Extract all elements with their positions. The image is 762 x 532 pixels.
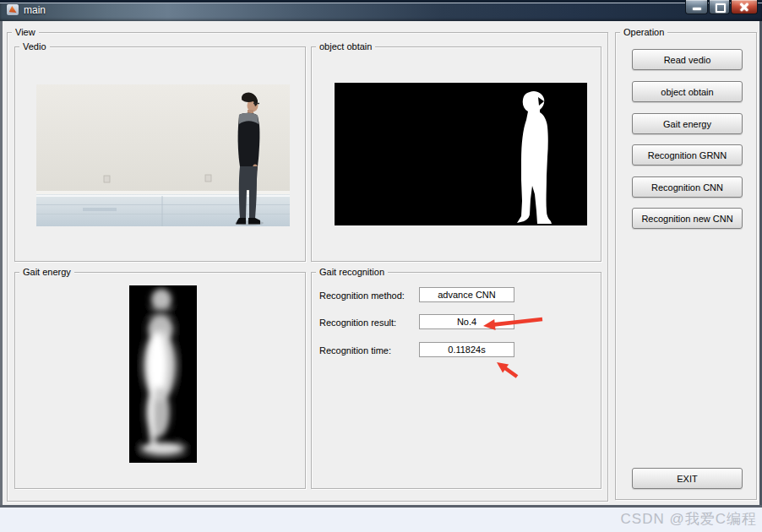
panel-object-obtain-label: object obtain — [316, 41, 375, 53]
gait-energy-drawing — [129, 285, 197, 463]
panel-operation-label: Operation — [620, 26, 667, 39]
video-frame-image — [36, 84, 290, 226]
csdn-watermark: CSDN @我爱C编程 — [621, 509, 757, 529]
silhouette-drawing — [335, 83, 587, 225]
panel-gait-energy-label: Gait energy — [19, 266, 74, 279]
page: { "window": { "title": "main" }, "icons"… — [0, 0, 762, 532]
video-frame-drawing — [36, 84, 290, 226]
red-arrow-icon — [456, 304, 600, 388]
window-border-bottom — [0, 505, 762, 508]
exit-button[interactable]: EXIT — [632, 468, 743, 489]
window-border-left — [0, 21, 3, 508]
recognition-method-field[interactable]: advance CNN — [419, 287, 514, 302]
recognition-time-label: Recognition time: — [319, 345, 391, 356]
read-vedio-button[interactable]: Read vedio — [632, 49, 743, 70]
gait-energy-image — [129, 285, 197, 463]
panel-gait-recognition-label: Gait recognition — [316, 266, 388, 279]
matlab-logo-icon — [7, 4, 19, 15]
panel-view-label: View — [12, 26, 39, 39]
silhouette-image — [335, 83, 587, 225]
recognition-cnn-button[interactable]: Recognition CNN — [632, 176, 743, 198]
title-bar[interactable]: main — [0, 0, 762, 21]
minimize-button[interactable] — [685, 0, 708, 14]
maximize-icon — [716, 3, 726, 13]
recognition-method-label: Recognition method: — [319, 290, 405, 301]
panel-vedio-label: Vedio — [19, 41, 50, 53]
recognition-new-cnn-button[interactable]: Recognition new CNN — [632, 208, 743, 229]
object-obtain-button[interactable]: object obtain — [632, 81, 743, 102]
close-button[interactable] — [731, 0, 758, 14]
recognition-result-label: Recognition result: — [319, 318, 396, 328]
main-window: main View Vedio object obtain Gait energ… — [0, 0, 762, 508]
panel-operation: Operation — [615, 32, 757, 500]
annotation-arrows — [456, 304, 600, 388]
gait-energy-button[interactable]: Gait energy — [632, 113, 743, 134]
maximize-button[interactable] — [709, 0, 730, 14]
window-title: main — [24, 4, 46, 16]
recognition-grnn-button[interactable]: Recognition GRNN — [632, 144, 743, 166]
minimize-icon — [693, 8, 701, 10]
